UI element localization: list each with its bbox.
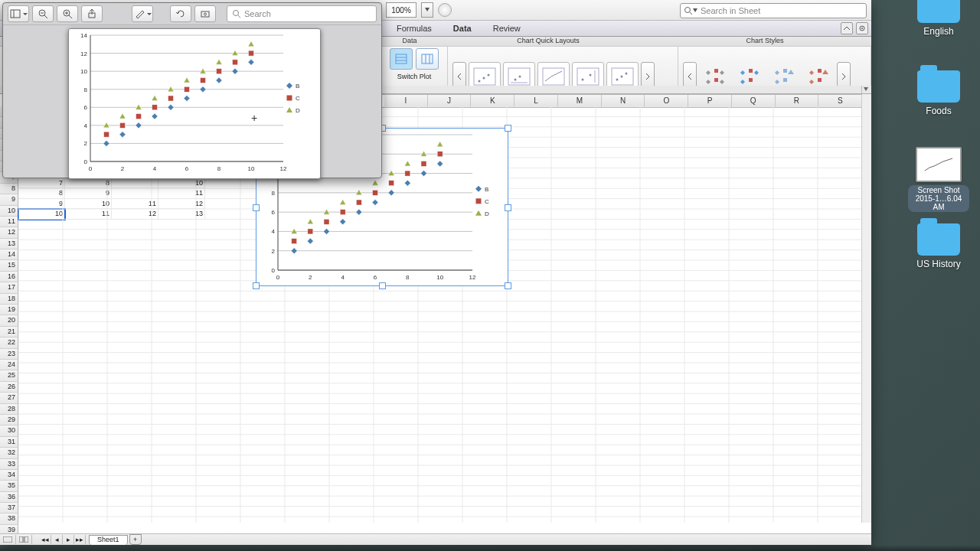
svg-rect-156 [292,239,297,244]
row-header[interactable]: 11 [0,217,18,227]
svg-text:2: 2 [272,248,276,255]
svg-rect-242 [201,77,206,83]
sheet-first[interactable]: ◂◂ [40,535,51,544]
sheet-next[interactable]: ▸ [63,535,74,544]
switch-col-button[interactable] [416,48,439,70]
zoom-combo[interactable]: 100% [386,2,416,18]
row-header[interactable]: 24 [0,360,18,370]
row-header[interactable]: 14 [0,249,18,260]
sheet-search[interactable]: Search in Sheet [680,3,867,18]
row-header[interactable]: 37 [0,503,18,514]
row-header[interactable]: 39 [0,525,18,533]
resize-handle[interactable] [505,125,511,132]
desktop-screenshot[interactable]: Screen Shot 2015-1…6.04 AM [908,147,969,212]
row-header[interactable]: 26 [0,382,18,393]
resize-handle[interactable] [253,204,260,211]
col-O[interactable]: O [645,95,688,107]
tab-formulas[interactable]: Formulas [386,22,443,34]
row-header[interactable]: 29 [0,415,18,425]
row-header[interactable]: 19 [0,305,18,315]
row-header[interactable]: 30 [0,425,18,436]
share-button[interactable] [81,5,103,22]
tab-review[interactable]: Review [482,22,531,34]
row-header[interactable]: 38 [0,514,18,524]
preview-search[interactable]: Search [227,5,377,22]
svg-text:14: 14 [80,32,87,39]
col-K[interactable]: K [471,95,514,107]
col-R[interactable]: R [776,95,819,107]
row-header[interactable]: 8 [0,184,18,194]
row-header[interactable]: 18 [0,294,18,305]
svg-marker-168 [324,209,330,214]
row-header[interactable]: 23 [0,349,18,360]
ribbon-settings-button[interactable] [856,22,868,34]
row-header[interactable]: 31 [0,437,18,448]
row-header[interactable]: 9 [0,194,18,205]
view-normal-button[interactable] [0,535,16,544]
col-L[interactable]: L [514,95,558,107]
resize-handle[interactable] [505,282,511,289]
svg-text:6: 6 [185,165,189,172]
svg-text:D: D [485,210,489,217]
desktop-folder-history[interactable]: US History [908,223,969,269]
resize-handle[interactable] [505,204,511,211]
switch-row-button[interactable] [390,48,413,70]
row-header[interactable]: 12 [0,227,18,238]
zoom-out-button[interactable] [32,5,54,22]
row-header[interactable]: 33 [0,459,18,470]
col-J[interactable]: J [428,95,472,107]
view-layout-button[interactable] [16,535,32,544]
col-S[interactable]: S [818,95,862,107]
formula-expand[interactable] [861,86,870,93]
sheet-prev[interactable]: ◂ [51,535,63,544]
highlight-button[interactable] [132,5,153,22]
row-header[interactable]: 36 [0,492,18,503]
resize-handle[interactable] [379,282,386,289]
sheet-last[interactable]: ▸▸ [74,535,86,544]
row-header[interactable]: 21 [0,327,18,337]
col-Q[interactable]: Q [732,95,776,107]
svg-point-27 [621,76,623,78]
folder-icon [917,0,960,23]
collapse-ribbon-button[interactable] [841,22,853,34]
col-N[interactable]: N [602,95,645,107]
row-header[interactable]: 22 [0,337,18,348]
row-header[interactable]: 20 [0,315,18,326]
rotate-button[interactable] [170,5,191,22]
tab-data[interactable]: Data [443,22,482,34]
search-scope-dropdown[interactable] [684,6,697,15]
desktop-folder-english[interactable]: English [908,0,969,37]
svg-text:4: 4 [341,274,345,281]
row-header[interactable]: 15 [0,260,18,271]
row-header[interactable]: 35 [0,481,18,491]
resize-handle[interactable] [253,282,260,289]
row-header[interactable]: 32 [0,448,18,458]
svg-rect-183 [19,536,23,543]
sidebar-toggle[interactable] [8,5,29,22]
svg-marker-228 [136,122,142,129]
vertical-scrollbar[interactable] [861,94,871,523]
svg-marker-254 [232,51,238,56]
row-header[interactable]: 13 [0,239,18,249]
desktop-folder-foods[interactable]: Foods [908,70,969,116]
row-header[interactable]: 25 [0,370,18,381]
help-button[interactable] [438,3,452,17]
col-M[interactable]: M [558,95,602,107]
search-placeholder: Search in Sheet [701,6,760,15]
sheet-tab[interactable]: Sheet1 [89,535,128,545]
row-header[interactable]: 10 [0,206,18,217]
row-header[interactable]: 27 [0,393,18,403]
zoom-dropdown[interactable] [421,2,433,18]
row-header[interactable]: 16 [0,272,18,282]
col-P[interactable]: P [688,95,732,107]
row-header[interactable]: 28 [0,404,18,415]
svg-point-28 [626,73,628,75]
svg-text:0: 0 [276,274,280,281]
svg-marker-31 [720,70,724,75]
col-I[interactable]: I [384,95,428,107]
row-header[interactable]: 17 [0,282,18,293]
zoom-in-button[interactable] [57,5,78,22]
markup-button[interactable] [194,5,216,22]
row-header[interactable]: 34 [0,470,18,481]
add-sheet-button[interactable]: + [129,534,142,545]
